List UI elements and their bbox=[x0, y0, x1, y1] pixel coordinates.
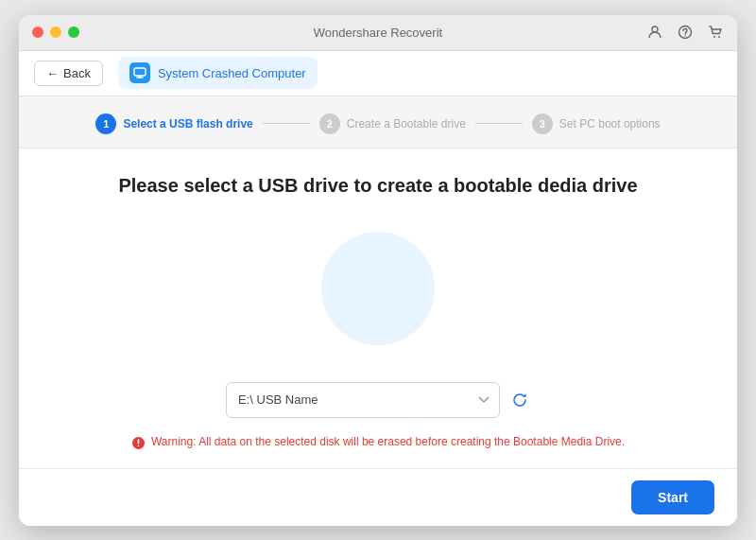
refresh-icon[interactable] bbox=[509, 390, 530, 410]
svg-point-4 bbox=[718, 36, 720, 38]
minimize-button[interactable] bbox=[50, 26, 61, 38]
warning-text: Warning: All data on the selected disk w… bbox=[151, 435, 625, 448]
title-actions bbox=[646, 24, 724, 41]
steps-container: 1 Select a USB flash drive 2 Create a Bo… bbox=[95, 113, 660, 134]
usb-select[interactable]: E:\ USB Name bbox=[226, 382, 500, 418]
footer: Start bbox=[19, 468, 737, 526]
back-label: Back bbox=[63, 66, 91, 80]
warning-icon bbox=[131, 436, 146, 453]
help-icon[interactable] bbox=[677, 24, 694, 41]
step-2: 2 Create a Bootable drive bbox=[319, 113, 466, 134]
step-3-label: Set PC boot options bbox=[559, 117, 661, 131]
close-button[interactable] bbox=[32, 26, 43, 38]
traffic-lights bbox=[32, 26, 79, 38]
usb-svg-container bbox=[307, 218, 449, 359]
back-button[interactable]: ← Back bbox=[34, 61, 103, 86]
step-3: 3 Set PC boot options bbox=[532, 113, 661, 134]
step-line-1 bbox=[263, 123, 310, 124]
step-1-label: Select a USB flash drive bbox=[123, 117, 252, 131]
maximize-button[interactable] bbox=[68, 26, 79, 38]
user-icon[interactable] bbox=[646, 24, 663, 41]
svg-rect-5 bbox=[134, 68, 146, 76]
main-window: Wondershare Recoverit bbox=[19, 15, 737, 526]
usb-bg-circle bbox=[321, 232, 435, 345]
back-arrow-icon: ← bbox=[46, 66, 59, 80]
section-label: System Crashed Computer bbox=[158, 66, 306, 80]
step-1: 1 Select a USB flash drive bbox=[95, 113, 252, 134]
dropdown-row: E:\ USB Name bbox=[226, 382, 530, 418]
step-line-2 bbox=[475, 123, 523, 124]
step-2-label: Create a Bootable drive bbox=[347, 117, 466, 131]
title-bar: Wondershare Recoverit bbox=[19, 15, 737, 51]
cart-icon[interactable] bbox=[707, 24, 724, 41]
step-2-circle: 2 bbox=[319, 113, 340, 134]
nav-section: System Crashed Computer bbox=[118, 57, 318, 89]
warning-row: Warning: All data on the selected disk w… bbox=[131, 435, 625, 453]
start-button[interactable]: Start bbox=[631, 480, 714, 514]
svg-point-0 bbox=[652, 26, 658, 32]
svg-point-3 bbox=[713, 36, 715, 38]
main-title: Please select a USB drive to create a bo… bbox=[118, 175, 637, 197]
step-3-circle: 3 bbox=[532, 113, 553, 134]
step-1-circle: 1 bbox=[95, 113, 116, 134]
window-title: Wondershare Recoverit bbox=[314, 26, 442, 40]
main-content: Please select a USB drive to create a bo… bbox=[19, 148, 737, 468]
section-icon bbox=[129, 62, 150, 83]
nav-bar: ← Back System Crashed Computer bbox=[19, 51, 737, 96]
steps-bar: 1 Select a USB flash drive 2 Create a Bo… bbox=[19, 96, 737, 148]
svg-point-2 bbox=[684, 35, 685, 36]
usb-illustration bbox=[307, 218, 449, 359]
svg-point-19 bbox=[138, 444, 140, 446]
